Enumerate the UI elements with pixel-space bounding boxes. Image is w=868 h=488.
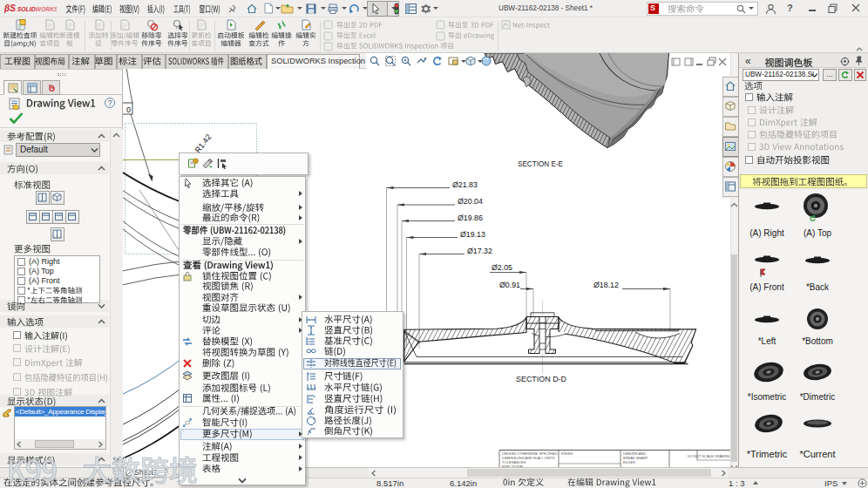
svg-text:DO NOT SCALE DRAWING: DO NOT SCALE DRAWING [688,454,730,458]
svg-text:Ø21.83: Ø21.83 [452,180,478,189]
svg-text:Ø2.05: Ø2.05 [492,263,512,272]
svg-text:Ø20.04: Ø20.04 [458,197,483,206]
svg-text:R1.42: R1.42 [193,132,214,154]
svg-text:EDGES: EDGES [623,460,635,464]
svg-text:Ø19.13: Ø19.13 [460,230,485,239]
svg-text:Ø0.91: Ø0.91 [499,281,520,289]
svg-text:Ø19.86: Ø19.86 [458,214,483,222]
svg-text:SECTION D-D: SECTION D-D [516,375,566,383]
svg-text:0: 0 [126,105,131,114]
svg-text:Ø17.32: Ø17.32 [467,247,492,255]
svg-text:SECTION E-E: SECTION E-E [518,159,563,168]
svg-text:FINISH: FINISH [561,451,573,456]
svg-text:Ø18.12: Ø18.12 [593,281,619,289]
